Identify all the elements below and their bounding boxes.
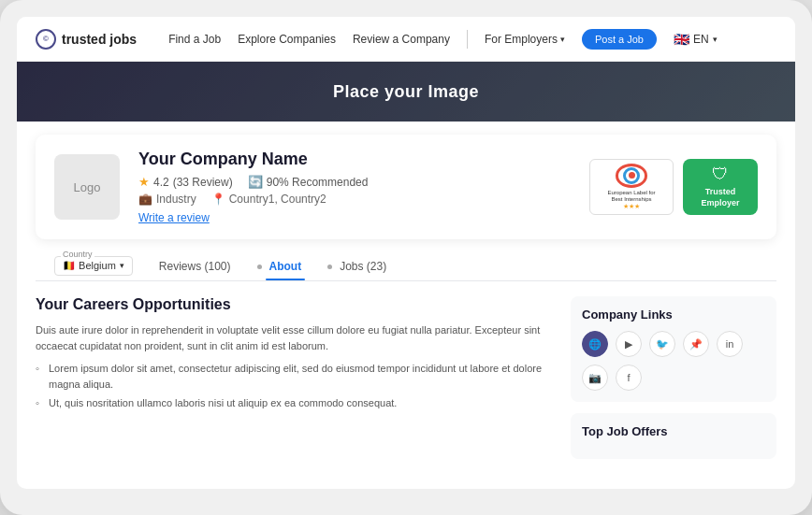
write-review-link[interactable]: Write a review xyxy=(138,211,571,224)
employers-chevron: ▾ xyxy=(560,35,565,44)
logo[interactable]: © trusted jobs xyxy=(36,29,137,50)
social-icon-twitter[interactable]: 🐦 xyxy=(649,331,675,357)
tab-dot-1 xyxy=(257,265,262,269)
laptop-frame: © trusted jobs Find a Job Explore Compan… xyxy=(0,0,812,515)
eu-badge-target-icon xyxy=(616,164,647,188)
company-links-card: Company Links 🌐 ▶ 🐦 📌 in 📷 f xyxy=(571,296,776,402)
eu-badge-core xyxy=(629,172,635,179)
rating-value: 4.2 xyxy=(153,176,169,189)
social-icon-linkedin[interactable]: in xyxy=(717,331,743,357)
top-job-offers-title: Top Job Offers xyxy=(582,424,765,438)
industry-icon: 💼 xyxy=(138,193,152,206)
tabs-bar: Country 🇧🇪 Belgium ▾ Reviews (100) About… xyxy=(36,252,776,281)
industry-row: 💼 Industry 📍 Country1, Country2 xyxy=(138,193,571,206)
trusted-badge-icon: 🛡 xyxy=(712,165,729,184)
language-selector[interactable]: 🇬🇧 EN ▾ xyxy=(674,32,718,47)
main-content: Your Careers Opportunities Duis aute iru… xyxy=(36,296,556,470)
lang-chevron: ▾ xyxy=(713,35,718,44)
social-icon-facebook[interactable]: f xyxy=(616,365,642,391)
tab-reviews[interactable]: Reviews (100) xyxy=(155,252,235,280)
rating: ★ 4.2 (33 Review) xyxy=(138,175,233,189)
nav-review[interactable]: Review a Company xyxy=(353,33,450,46)
company-links-title: Company Links xyxy=(582,308,765,322)
recommended-pct: 90% Recommended xyxy=(267,176,369,189)
list-item-1: Lorem ipsum dolor sit amet, consectetur … xyxy=(36,361,556,392)
post-job-button[interactable]: Post a Job xyxy=(582,29,657,50)
nav-employers[interactable]: For Employers ▾ xyxy=(485,33,565,46)
nav-links: Find a Job Explore Companies Review a Co… xyxy=(168,29,776,50)
eu-badge-stars: ★★★ xyxy=(623,203,640,210)
tab-jobs[interactable]: Jobs (23) xyxy=(336,252,390,280)
trusted-badge-text: Trusted Employer xyxy=(701,187,739,208)
sidebar: Company Links 🌐 ▶ 🐦 📌 in 📷 f Top Job Off… xyxy=(571,296,776,470)
content-area: Your Careers Opportunities Duis aute iru… xyxy=(17,281,795,470)
section-title: Your Careers Opportunities xyxy=(36,296,556,313)
social-icons: 🌐 ▶ 🐦 📌 in 📷 f xyxy=(582,331,765,391)
social-icon-youtube[interactable]: ▶ xyxy=(616,331,642,357)
country-select-label: Country xyxy=(61,250,94,259)
social-icon-website[interactable]: 🌐 xyxy=(582,331,608,357)
hero-banner: Place your Image xyxy=(17,62,795,122)
flag-icon: 🇬🇧 xyxy=(674,32,689,47)
badges-area: European Label for Best Internships ★★★ … xyxy=(589,159,758,215)
location-icon: 📍 xyxy=(211,193,225,206)
nav-find-job[interactable]: Find a Job xyxy=(168,33,221,46)
nav-separator xyxy=(467,30,468,49)
eu-badge-text1: European Label for Best Internships xyxy=(607,190,655,203)
rating-count: (33 Review) xyxy=(173,176,233,189)
navbar: © trusted jobs Find a Job Explore Compan… xyxy=(17,17,795,62)
country-value: 🇧🇪 Belgium xyxy=(63,260,116,272)
company-name: Your Company Name xyxy=(138,150,571,169)
section-body: Duis aute irure dolor in reprehenderit i… xyxy=(36,322,556,353)
social-icon-instagram[interactable]: 📷 xyxy=(582,365,608,391)
company-card: Logo Your Company Name ★ 4.2 (33 Review)… xyxy=(36,135,776,239)
location-item: 📍 Country1, Country2 xyxy=(211,193,326,206)
trusted-employer-badge: 🛡 Trusted Employer xyxy=(683,159,758,215)
tab-dot-2 xyxy=(327,265,332,269)
nav-explore[interactable]: Explore Companies xyxy=(238,33,336,46)
company-logo: Logo xyxy=(54,154,120,220)
tab-about[interactable]: About xyxy=(266,252,306,280)
list-items: Lorem ipsum dolor sit amet, consectetur … xyxy=(36,361,556,411)
country-select[interactable]: Country 🇧🇪 Belgium ▾ xyxy=(54,256,133,276)
social-icon-pinterest[interactable]: 📌 xyxy=(683,331,709,357)
rec-icon: 🔄 xyxy=(248,175,263,189)
hero-banner-text: Place your Image xyxy=(333,82,479,102)
industry-label: Industry xyxy=(156,193,196,206)
logo-text: trusted jobs xyxy=(62,32,137,47)
eu-badge: European Label for Best Internships ★★★ xyxy=(589,159,674,215)
top-job-offers-card: Top Job Offers xyxy=(571,413,776,459)
list-item-2: Ut, quis nosritation ullamco laboris nis… xyxy=(36,395,556,411)
eu-badge-inner xyxy=(623,167,640,184)
industry-item: 💼 Industry xyxy=(138,193,196,206)
logo-icon: © xyxy=(36,29,56,50)
country-chevron: ▾ xyxy=(120,261,124,270)
laptop-screen: © trusted jobs Find a Job Explore Compan… xyxy=(17,17,795,489)
recommended: 🔄 90% Recommended xyxy=(248,175,369,189)
star-icon: ★ xyxy=(138,175,150,189)
company-meta-row: ★ 4.2 (33 Review) 🔄 90% Recommended xyxy=(138,175,571,189)
location-label: Country1, Country2 xyxy=(229,193,326,206)
company-info: Your Company Name ★ 4.2 (33 Review) 🔄 90… xyxy=(138,150,571,224)
